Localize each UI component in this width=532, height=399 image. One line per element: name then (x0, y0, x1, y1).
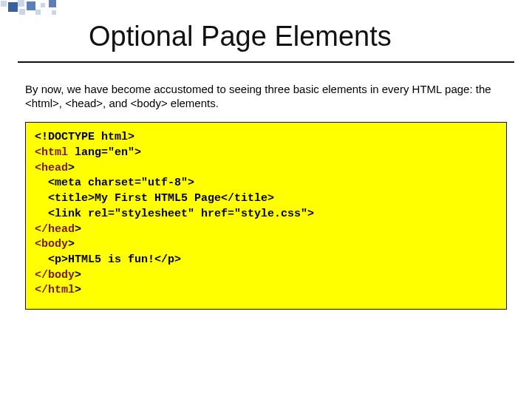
code-tag: </html (35, 284, 75, 296)
code-line: > (75, 284, 81, 296)
page-title: Optional Page Elements (89, 21, 502, 52)
code-line: lang="en"> (68, 146, 141, 159)
code-tag: <head (35, 162, 68, 174)
intro-text: By now, we have become accustomed to see… (25, 82, 507, 110)
code-line: > (75, 223, 81, 236)
code-line: > (68, 162, 75, 174)
title-rule (18, 61, 514, 63)
code-tag: </body (35, 269, 75, 282)
code-example: <!DOCTYPE html> <html lang="en"> <head> … (25, 122, 507, 310)
code-tag: <html (35, 146, 68, 159)
code-line: <link rel="stylesheet" href="style.css"> (48, 208, 314, 220)
code-line: > (68, 238, 75, 250)
code-tag: <body (35, 238, 68, 250)
code-line: > (75, 269, 81, 282)
code-line: <title>My First HTML5 Page</title> (48, 192, 274, 205)
code-line: <meta charset="utf-8"> (48, 177, 194, 189)
decorative-squares (0, 0, 81, 22)
code-line: <p>HTML5 is fun!</p> (48, 253, 181, 266)
code-tag: </head (35, 223, 75, 236)
code-line: <!DOCTYPE html> (35, 131, 134, 143)
